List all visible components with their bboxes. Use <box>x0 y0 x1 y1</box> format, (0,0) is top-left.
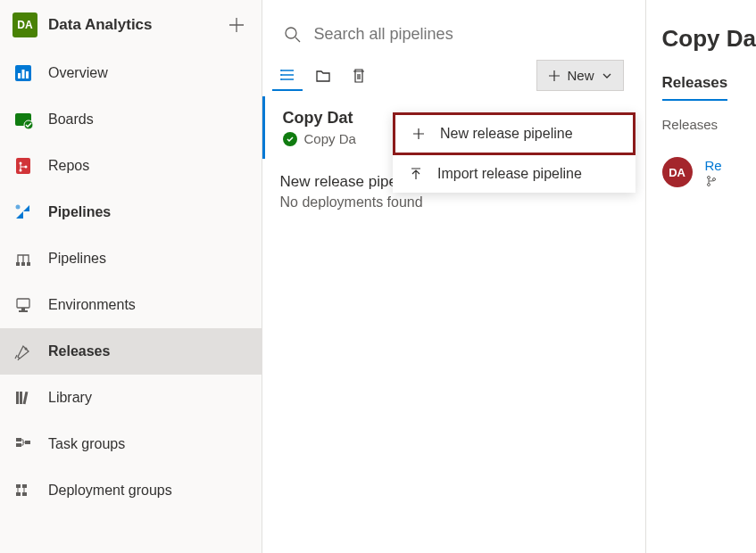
environments-icon <box>12 294 34 316</box>
svg-rect-26 <box>16 492 21 496</box>
toolbar: New <box>262 60 645 96</box>
dropdown-item-label: Import release pipeline <box>437 166 582 182</box>
svg-point-10 <box>16 205 21 210</box>
main: New Copy Dat Copy Da New release pipelin… <box>262 0 756 553</box>
svg-rect-13 <box>27 262 30 266</box>
svg-rect-27 <box>22 492 27 496</box>
pipelines-sub-icon <box>12 248 34 269</box>
svg-rect-16 <box>19 310 28 312</box>
folder-view-button[interactable] <box>308 61 338 91</box>
pipeline-status-text: Copy Da <box>304 131 356 146</box>
repos-icon <box>12 155 34 177</box>
sidebar-item-label: Environments <box>48 297 136 313</box>
success-icon <box>283 132 297 146</box>
list-view-button[interactable] <box>272 61 303 91</box>
svg-rect-19 <box>20 392 22 404</box>
pipelines-icon <box>12 202 34 223</box>
svg-point-32 <box>707 176 710 178</box>
search-input[interactable] <box>314 25 624 44</box>
sidebar-item-task-groups[interactable]: Task groups <box>0 421 262 467</box>
dropdown-item-import-release-pipeline[interactable]: Import release pipeline <box>393 155 636 193</box>
task-groups-icon <box>12 433 34 455</box>
dropdown-item-label: New release pipeline <box>440 126 573 142</box>
sidebar: DA Data Analytics Overview Boards Repos … <box>0 0 262 553</box>
sidebar-item-label: Task groups <box>48 436 125 452</box>
svg-rect-6 <box>16 158 30 174</box>
delete-button[interactable] <box>344 61 374 91</box>
svg-point-30 <box>280 74 282 76</box>
sidebar-item-overview[interactable]: Overview <box>0 50 262 96</box>
tabs: Releases <box>662 74 756 101</box>
release-info: Re <box>705 158 722 187</box>
subtab-releases[interactable]: Releases <box>662 117 756 132</box>
svg-rect-24 <box>16 484 21 488</box>
svg-rect-1 <box>18 73 21 78</box>
sidebar-item-label: Releases <box>48 343 110 359</box>
plus-icon <box>411 127 426 141</box>
trash-icon <box>351 68 367 84</box>
svg-point-34 <box>712 177 715 180</box>
svg-rect-21 <box>16 438 21 442</box>
boards-icon <box>12 109 34 130</box>
folder-icon <box>315 68 331 84</box>
search-bar <box>262 0 645 60</box>
svg-rect-12 <box>21 262 25 266</box>
detail-title: Copy Da <box>662 25 756 53</box>
svg-rect-23 <box>25 441 30 444</box>
new-dropdown: New release pipeline Import release pipe… <box>393 112 636 193</box>
detail-panel: Copy Da Releases Releases DA Re <box>646 0 756 553</box>
releases-icon <box>12 341 34 362</box>
plus-icon <box>548 70 561 82</box>
dropdown-item-new-release-pipeline[interactable]: New release pipeline <box>393 112 636 155</box>
sidebar-item-library[interactable]: Library <box>0 375 262 421</box>
import-icon <box>409 167 423 181</box>
new-button[interactable]: New <box>536 60 624 91</box>
sidebar-item-label: Overview <box>48 65 108 81</box>
chevron-down-icon <box>602 70 612 81</box>
sidebar-item-label: Library <box>48 390 92 406</box>
sidebar-item-environments[interactable]: Environments <box>0 282 262 328</box>
sidebar-item-boards[interactable]: Boards <box>0 96 262 143</box>
release-avatar: DA <box>662 157 693 187</box>
release-link[interactable]: Re <box>705 158 722 173</box>
pipeline-subtext: No deployments found <box>280 194 627 210</box>
add-button[interactable] <box>224 12 249 37</box>
sidebar-item-pipelines-section[interactable]: Pipelines <box>0 189 262 235</box>
sidebar-item-label: Repos <box>48 158 89 174</box>
svg-rect-3 <box>26 71 29 78</box>
sidebar-item-label: Boards <box>48 111 94 128</box>
project-title: Data Analytics <box>48 16 213 34</box>
svg-rect-18 <box>16 392 19 404</box>
sidebar-item-label: Deployment groups <box>48 483 172 499</box>
new-button-label: New <box>568 68 594 83</box>
project-avatar: DA <box>12 12 37 37</box>
tab-releases[interactable]: Releases <box>662 74 728 101</box>
svg-point-17 <box>25 348 28 351</box>
svg-rect-2 <box>22 70 25 78</box>
release-branch <box>705 175 722 187</box>
library-icon <box>12 387 34 409</box>
sidebar-item-label: Pipelines <box>48 204 111 220</box>
svg-point-29 <box>280 70 282 71</box>
svg-point-28 <box>286 28 296 38</box>
branch-icon <box>705 175 718 187</box>
sidebar-item-deployment-groups[interactable]: Deployment groups <box>0 467 262 514</box>
svg-rect-25 <box>22 484 27 488</box>
overview-icon <box>12 62 34 84</box>
svg-point-33 <box>707 183 710 186</box>
sidebar-item-releases[interactable]: Releases <box>0 328 262 375</box>
svg-point-31 <box>280 78 282 80</box>
sidebar-item-pipelines[interactable]: Pipelines <box>0 235 262 282</box>
sidebar-header: DA Data Analytics <box>0 0 262 50</box>
search-icon <box>284 26 302 44</box>
svg-rect-15 <box>21 308 25 310</box>
svg-rect-11 <box>16 262 20 266</box>
list-icon <box>279 67 295 83</box>
release-row[interactable]: DA Re <box>662 157 756 187</box>
svg-rect-20 <box>23 392 29 404</box>
sidebar-item-repos[interactable]: Repos <box>0 143 262 189</box>
svg-rect-22 <box>16 443 21 447</box>
sidebar-item-label: Pipelines <box>48 251 106 267</box>
plus-icon <box>228 17 245 33</box>
deployment-groups-icon <box>12 480 34 501</box>
